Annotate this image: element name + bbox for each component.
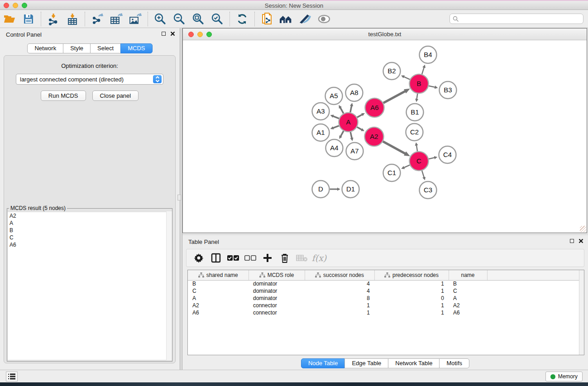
graph-edge-A-A5[interactable] <box>340 107 344 113</box>
graph-edge-B-B3[interactable] <box>429 86 435 87</box>
graph-node-A5[interactable]: A5 <box>325 87 343 105</box>
window-resize-grip[interactable] <box>580 226 586 232</box>
graph-node-A8[interactable]: A8 <box>346 84 363 101</box>
graph-edge-A2-C[interactable] <box>383 142 406 154</box>
graph-edge-A-A7[interactable] <box>350 132 352 138</box>
table-cell[interactable]: 4 <box>305 287 374 295</box>
table-cell[interactable]: 1 <box>305 309 374 316</box>
column-header-shared-name[interactable]: shared name <box>188 270 249 280</box>
graph-edge-A-A2[interactable] <box>357 127 362 130</box>
graph-node-A7[interactable]: A7 <box>346 143 363 160</box>
tab-select[interactable]: Select <box>90 43 121 53</box>
show-columns-icon[interactable] <box>207 250 225 266</box>
graph-edge-A-A3[interactable] <box>333 116 339 119</box>
graph-node-A4[interactable]: A4 <box>326 139 343 157</box>
save-to-ndex-icon[interactable] <box>296 11 315 27</box>
zoom-in-icon[interactable] <box>151 11 170 27</box>
task-history-button[interactable] <box>6 372 18 381</box>
save-session-icon[interactable] <box>19 11 38 27</box>
table-cell[interactable]: 4 <box>305 280 374 287</box>
search-input[interactable] <box>459 14 583 23</box>
import-network-icon[interactable] <box>44 11 63 27</box>
graph-node-D1[interactable]: D1 <box>342 181 359 198</box>
export-network-icon[interactable] <box>88 11 107 27</box>
mcds-result-item[interactable]: A6 <box>8 241 172 248</box>
table-cell[interactable]: dominator <box>249 295 305 302</box>
new-network-from-selection-icon[interactable] <box>258 11 277 27</box>
close-panel-button[interactable]: Close panel <box>92 91 139 101</box>
zoom-selected-icon[interactable] <box>208 11 227 27</box>
tab-edge-table[interactable]: Edge Table <box>344 358 388 368</box>
create-column-icon[interactable] <box>259 250 276 266</box>
column-header-predecessor-nodes[interactable]: predecessor nodes <box>374 270 449 280</box>
table-cell[interactable]: B <box>188 280 249 287</box>
zoom-out-icon[interactable] <box>170 11 189 27</box>
table-cell[interactable]: C <box>188 287 249 295</box>
table-row[interactable]: A6connector11A6 <box>188 309 584 316</box>
graph-edge-A-A1[interactable] <box>333 126 339 128</box>
open-session-icon[interactable] <box>0 11 19 27</box>
table-cell[interactable]: 8 <box>305 295 374 302</box>
graph-node-D[interactable]: D <box>312 181 330 198</box>
table-row[interactable]: Bdominator41B <box>188 280 584 287</box>
graph-node-B3[interactable]: B3 <box>440 81 457 99</box>
tab-network[interactable]: Network <box>27 43 63 53</box>
graph-node-C3[interactable]: C3 <box>420 181 437 199</box>
mcds-result-item[interactable]: A2 <box>8 212 172 219</box>
table-cell[interactable]: C <box>449 287 487 295</box>
splitter-thumb[interactable] <box>177 195 181 200</box>
float-table-panel-icon[interactable] <box>570 239 574 243</box>
memory-button[interactable]: Memory <box>545 372 583 381</box>
graph-edge-C-C3[interactable] <box>422 171 424 177</box>
table-cell[interactable]: 1 <box>374 280 449 287</box>
tab-mcds[interactable]: MCDS <box>120 43 152 53</box>
table-cell[interactable]: A2 <box>449 302 487 309</box>
graph-edge-B-B1[interactable] <box>417 94 418 100</box>
graph-edge-C-C4[interactable] <box>429 157 435 159</box>
graph-node-C4[interactable]: C4 <box>439 146 456 163</box>
tab-motifs[interactable]: Motifs <box>439 358 469 368</box>
table-cell[interactable]: dominator <box>249 287 305 295</box>
float-panel-icon[interactable] <box>162 32 166 36</box>
graph-node-A1[interactable]: A1 <box>312 124 330 141</box>
network-canvas[interactable]: AA1A2A3A4A5A6A7A8BB1B2B3B4CC1C2C3C4DD1 <box>183 40 587 233</box>
graph-node-B4[interactable]: B4 <box>420 46 437 63</box>
table-cell[interactable]: connector <box>249 309 305 316</box>
graph-node-A6[interactable]: A6 <box>365 98 384 117</box>
table-cell[interactable]: A <box>449 295 487 302</box>
tab-node-table[interactable]: Node Table <box>301 358 345 368</box>
graph-node-A2[interactable]: A2 <box>365 127 384 146</box>
table-cell[interactable]: A6 <box>449 309 487 316</box>
graph-node-C2[interactable]: C2 <box>406 124 423 141</box>
mcds-result-item[interactable]: A <box>8 219 172 227</box>
graph-node-A[interactable]: A <box>339 113 358 132</box>
graph-edge-C-C1[interactable] <box>404 165 410 168</box>
graph-edge-A-A8[interactable] <box>350 105 352 112</box>
mcds-result-list[interactable]: A2ABCA6 <box>8 212 172 360</box>
search-field[interactable] <box>449 14 583 24</box>
mcds-result-scrollbar[interactable] <box>166 211 172 360</box>
table-cell[interactable]: 1 <box>305 302 374 309</box>
table-row[interactable]: Cdominator41C <box>188 287 584 295</box>
mcds-result-item[interactable]: C <box>8 234 172 241</box>
import-table-icon[interactable] <box>63 11 82 27</box>
mcds-result-item[interactable]: B <box>8 227 172 234</box>
export-image-icon[interactable] <box>126 11 145 27</box>
column-header-mcds-role[interactable]: MCDS role <box>249 270 305 280</box>
graph-node-B2[interactable]: B2 <box>383 62 401 80</box>
open-from-ndex-icon[interactable] <box>277 11 296 27</box>
close-panel-icon[interactable] <box>170 31 175 36</box>
graph-edge-B-B2[interactable] <box>404 76 410 79</box>
apply-layout-icon[interactable] <box>233 11 252 27</box>
graph-node-A3[interactable]: A3 <box>312 103 330 120</box>
export-table-icon[interactable] <box>107 11 126 27</box>
table-settings-icon[interactable] <box>190 250 207 266</box>
graph-edge-A-A4[interactable] <box>340 131 344 136</box>
graph-edge-A6-B[interactable] <box>383 91 406 103</box>
tab-style[interactable]: Style <box>63 43 91 53</box>
zoom-fit-icon[interactable] <box>189 11 208 27</box>
run-mcds-button[interactable]: Run MCDS <box>41 91 86 101</box>
table-cell[interactable]: 1 <box>374 302 449 309</box>
table-cell[interactable]: A <box>188 295 249 302</box>
table-cell[interactable]: A6 <box>188 309 249 316</box>
